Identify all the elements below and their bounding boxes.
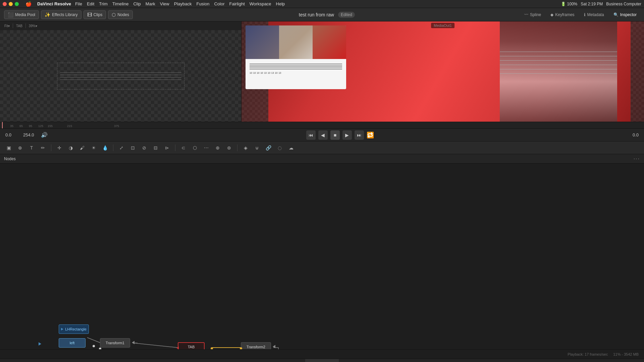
playhead[interactable]	[2, 122, 3, 128]
tab-line-3	[60, 77, 181, 77]
media-pool-icon: ⬛	[8, 12, 13, 17]
zoom-button[interactable]: 39%▾	[27, 23, 39, 28]
menu-file[interactable]: File	[75, 1, 82, 6]
menu-playback[interactable]: Playback	[174, 1, 192, 6]
overlay-sheet: 10 10 10 10 13 10 13 10 13	[246, 59, 346, 89]
tick-125: 125	[38, 124, 43, 128]
crosshair-tool[interactable]: ⊕	[213, 143, 222, 153]
slip-tool[interactable]: ⊳	[162, 143, 172, 153]
play-button[interactable]: ▶	[342, 130, 352, 140]
trim-tool[interactable]: ⊟	[151, 143, 160, 153]
clone-tool[interactable]: ⊎	[252, 143, 262, 153]
tab-left-indicator	[176, 347, 179, 349]
menu-help[interactable]: Help	[276, 1, 285, 6]
drop-tool[interactable]: 💧	[100, 143, 110, 153]
menu-trim[interactable]: Trim	[99, 1, 108, 6]
overlay-panel: 10 10 10 10 13 10 13 10 13	[246, 25, 346, 89]
text-tool[interactable]: T	[27, 143, 36, 153]
viewer-left-canvas[interactable]	[0, 30, 241, 122]
tab-label: TAB	[188, 345, 195, 349]
metadata-label: Metadata	[587, 12, 604, 17]
metadata-button[interactable]: ℹ Metadata	[581, 11, 607, 18]
minimize-button[interactable]	[9, 2, 13, 6]
end-timecode: 0.0	[633, 132, 639, 137]
menu-view[interactable]: View	[160, 1, 169, 6]
stop-button[interactable]: ■	[330, 130, 340, 140]
maximize-button[interactable]	[15, 2, 19, 6]
viewer-right-content[interactable]: 10 10 10 10 13 10 13 10 13	[241, 21, 644, 122]
spline-button[interactable]: 〰 Spline	[521, 11, 544, 18]
select-tool[interactable]: ▣	[4, 143, 13, 153]
go-to-end-button[interactable]: ⏭	[355, 130, 364, 140]
toolbar-right: 〰 Spline ◆ Keyframes ℹ Metadata 🔍 Inspec…	[521, 11, 640, 18]
nodes-panel-header: Nodes ···	[0, 154, 644, 164]
left-play-btn[interactable]	[39, 342, 41, 346]
node-canvas[interactable]: LHRectangle left Transform1 Rectangle2 r…	[0, 164, 644, 349]
menu-clip[interactable]: Clip	[133, 1, 141, 6]
dock-fairlight[interactable]: 🎵 Fairlight	[372, 359, 406, 362]
staff-line-1	[250, 64, 342, 64]
dock-edit[interactable]: 🎬 Edit	[272, 359, 305, 362]
cloud-tool[interactable]: ☁	[286, 143, 296, 153]
menu-mark[interactable]: Mark	[146, 1, 155, 6]
media-pool-button[interactable]: ⬛ Media Pool	[4, 10, 39, 19]
dock-media[interactable]: 📷 Media	[205, 359, 238, 362]
volume-icon[interactable]: 🔊	[41, 132, 48, 138]
menu-edit[interactable]: Edit	[87, 1, 94, 6]
dock-color[interactable]: 🎨 Color	[339, 359, 372, 362]
go-to-start-button[interactable]: ⏮	[306, 130, 316, 140]
conn-transform2-in	[240, 347, 242, 349]
dock-cut[interactable]: ✂️ Cut	[238, 359, 272, 362]
move-tool[interactable]: ⤢	[117, 143, 126, 153]
playback-status: Playback: 17 frames/sec	[568, 352, 608, 356]
bezier-tool[interactable]: ⊂	[179, 143, 188, 153]
cut-tool[interactable]: ⊘	[140, 143, 149, 153]
close-button[interactable]	[3, 2, 7, 6]
dock-fusion[interactable]: ⬡ Fusion	[305, 359, 339, 362]
bottom-dock: ⬡ DaVinci Resolve 17 📷 Media ✂️ Cut 🎬 Ed…	[0, 359, 644, 362]
nodes-options[interactable]: ···	[634, 156, 640, 162]
staff-line-2	[250, 65, 342, 65]
add-tool[interactable]: ⊕	[15, 143, 25, 153]
loop-button[interactable]: 🔁	[367, 131, 374, 139]
node-tab[interactable]: TAB	[178, 342, 205, 349]
dock-deliver[interactable]: 📦 Deliver	[406, 359, 439, 362]
blur-tool[interactable]: ◌	[275, 143, 284, 153]
menu-fairlight[interactable]: Fairlight	[229, 1, 245, 6]
menu-fusion[interactable]: Fusion	[196, 1, 209, 6]
app-name[interactable]: DaVinci Resolve	[37, 1, 71, 6]
node-left[interactable]: left	[59, 338, 86, 348]
wire-tool[interactable]: 🔗	[264, 143, 273, 153]
paint2-tool[interactable]: 🖌	[77, 143, 87, 153]
tracking-tool[interactable]: ⋯	[202, 143, 211, 153]
transform-tool[interactable]: ✛	[55, 143, 64, 153]
timeline-bar[interactable]: 35 65 95 125 155 215 375	[0, 122, 644, 129]
stamp-tool[interactable]: ◈	[241, 143, 250, 153]
conn-transform1-in	[99, 348, 101, 349]
mask-tool[interactable]: ◑	[66, 143, 75, 153]
sun-tool[interactable]: ☀	[89, 143, 98, 153]
paint-tool[interactable]: ✏	[38, 143, 48, 153]
apple-menu[interactable]: 🍎	[25, 1, 32, 7]
node-transform1[interactable]: Transform1	[100, 338, 130, 348]
viewer-left: Fit▾ TAB 39%▾	[0, 21, 241, 122]
keyframes-button[interactable]: ◆ Keyframes	[547, 11, 578, 18]
crop-tool[interactable]: ⊡	[128, 143, 138, 153]
node-lhrectangle[interactable]: LHRectangle	[59, 324, 89, 334]
menu-timeline[interactable]: Timeline	[112, 1, 129, 6]
step-back-button[interactable]: ◀	[318, 130, 328, 140]
computer-name: Business Computer	[606, 2, 641, 6]
menu-color[interactable]: Color	[214, 1, 224, 6]
inspector-button[interactable]: 🔍 Inspector	[610, 11, 640, 18]
fit-button[interactable]: Fit▾	[3, 23, 11, 28]
effects-library-button[interactable]: ✨ Effects Library	[41, 10, 81, 19]
edited-badge: Edited	[338, 12, 355, 18]
clips-button[interactable]: 🎞 Clips	[84, 10, 106, 19]
nodes-button[interactable]: ⬡ Nodes	[108, 10, 133, 19]
warp-tool[interactable]: ⊛	[224, 143, 234, 153]
node-transform2[interactable]: Transform2	[241, 342, 271, 349]
menu-workspace[interactable]: Workspace	[250, 1, 271, 6]
separator2	[113, 144, 113, 151]
main-content: Nodes ···	[0, 154, 644, 349]
polygon-tool[interactable]: ⬡	[190, 143, 200, 153]
